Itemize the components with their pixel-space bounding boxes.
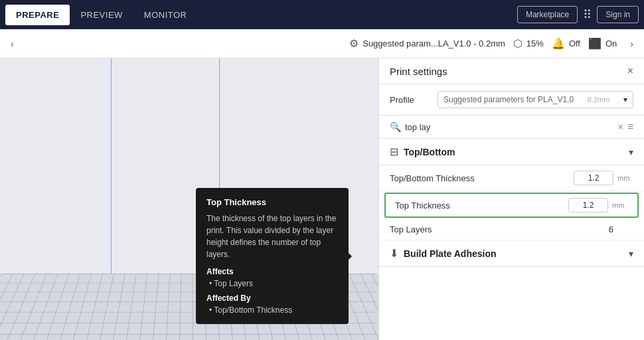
monitor-tab[interactable]: MONITOR (133, 5, 198, 25)
profile-row: Profile Suggested parameters for PLA_V1.… (379, 84, 644, 116)
search-menu-icon[interactable]: ≡ (627, 121, 633, 133)
toolbar-support[interactable]: 🔔 Off (552, 37, 580, 50)
setting-row-top-thickness: Top Thickness mm (384, 193, 639, 218)
profile-select[interactable]: Suggested parameters for PLA_V1.0 0.2mm … (438, 91, 633, 108)
tooltip-affected-by-item-0: • Top/Bottom Thickness (209, 305, 338, 315)
support-label: Off (569, 39, 580, 48)
build-section-left: ⬇ Build Plate Adhesion (390, 247, 497, 260)
top-bottom-chevron-icon: ▾ (629, 147, 633, 157)
top-thickness-label: Top Thickness (395, 201, 568, 211)
search-icon: 🔍 (390, 122, 401, 132)
tooltip-title: Top Thickness (206, 197, 338, 207)
panel-header: Print settings × (379, 58, 644, 84)
settings-list: ⊟ Top/Bottom ▾ Top/Bottom Thickness mm T… (379, 139, 644, 340)
top-nav: PREPARE PREVIEW MONITOR Marketplace ⠿ Si… (0, 0, 644, 29)
tooltip-affects-label: Affects (206, 267, 338, 276)
fill-percent: 15% (526, 39, 544, 48)
toolbar-adhesion[interactable]: ⬛ On (588, 37, 617, 50)
search-row: 🔍 × ≡ (379, 116, 644, 139)
panel-title: Print settings (390, 66, 447, 77)
section-header-left: ⊟ Top/Bottom (390, 145, 455, 158)
toolbar-fill[interactable]: ⬡ 15% (513, 37, 544, 50)
adhesion-icon: ⬛ (588, 37, 602, 50)
top-thickness-input[interactable] (568, 198, 608, 212)
fill-icon: ⬡ (513, 37, 523, 50)
top-bottom-thickness-unit: mm (617, 174, 633, 182)
tooltip-affected-by-label: Affected By (206, 294, 338, 303)
top-bottom-title: Top/Bottom (404, 147, 455, 157)
tooltip-description: The thickness of the top layers in the p… (206, 212, 338, 260)
toolbar-left: ‹ (5, 36, 19, 52)
top-bottom-section-header[interactable]: ⊟ Top/Bottom ▾ (379, 139, 644, 165)
setting-row-top-bottom-thickness: Top/Bottom Thickness mm (379, 165, 644, 191)
adhesion-label: On (605, 39, 617, 48)
profile-chevron-icon: ▾ (623, 95, 627, 104)
top-layers-value: 6 (574, 224, 613, 234)
settings-sliders-icon: ⚙ (349, 37, 359, 50)
search-input[interactable] (405, 122, 613, 132)
toolbar-param-label: Suggested param...LA_V1.0 - 0.2mm (362, 39, 505, 48)
nav-right: Marketplace ⠿ Sign in (517, 6, 639, 23)
top-bottom-icon: ⊟ (390, 145, 398, 158)
profile-select-size: 0.2mm (588, 96, 610, 104)
build-plate-section-header[interactable]: ⬇ Build Plate Adhesion ▾ (379, 240, 644, 267)
toolbar-right: ⚙ Suggested param...LA_V1.0 - 0.2mm ⬡ 15… (349, 36, 639, 52)
profile-select-text: Suggested parameters for PLA_V1.0 (443, 95, 574, 104)
support-icon: 🔔 (552, 37, 565, 50)
toolbar-right-chevron[interactable]: › (625, 36, 639, 52)
top-bottom-thickness-label: Top/Bottom Thickness (390, 173, 574, 183)
top-layers-label: Top Layers (390, 224, 574, 234)
signin-button[interactable]: Sign in (597, 6, 639, 23)
profile-label: Profile (390, 95, 430, 105)
search-clear-icon[interactable]: × (617, 122, 623, 132)
secondary-toolbar: ‹ ⚙ Suggested param...LA_V1.0 - 0.2mm ⬡ … (0, 29, 644, 58)
setting-row-top-layers: Top Layers 6 (379, 219, 644, 240)
grid-icon[interactable]: ⠿ (583, 7, 592, 22)
main-area: Top Thickness The thickness of the top l… (0, 58, 644, 340)
build-plate-icon: ⬇ (390, 247, 398, 260)
toolbar-settings-icon[interactable]: ⚙ Suggested param...LA_V1.0 - 0.2mm (349, 37, 505, 50)
prepare-tab[interactable]: PREPARE (5, 5, 70, 25)
build-plate-chevron-icon: ▾ (629, 248, 633, 259)
tooltip-box: Top Thickness The thickness of the top l… (196, 188, 349, 324)
marketplace-button[interactable]: Marketplace (517, 6, 578, 23)
viewport[interactable]: Top Thickness The thickness of the top l… (0, 58, 378, 340)
toolbar-left-chevron[interactable]: ‹ (5, 36, 19, 52)
top-bottom-thickness-input[interactable] (574, 171, 613, 185)
preview-tab[interactable]: PREVIEW (70, 5, 133, 25)
top-thickness-unit: mm (612, 201, 628, 209)
tooltip-affects-item-0: • Top Layers (209, 279, 338, 288)
build-plate-title: Build Plate Adhesion (404, 248, 497, 259)
panel-close-button[interactable]: × (627, 65, 633, 77)
print-settings-panel: Print settings × Profile Suggested param… (378, 58, 644, 340)
